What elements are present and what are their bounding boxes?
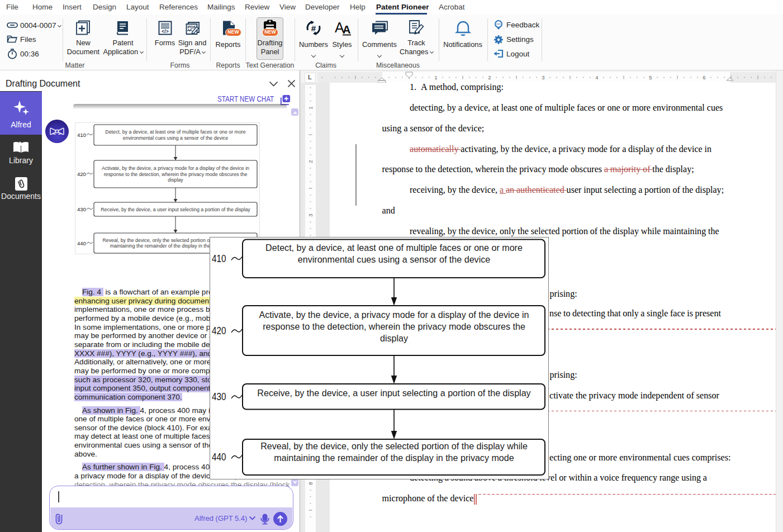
svg-text:410: 410 — [212, 253, 226, 264]
svg-text:3: 3 — [307, 213, 314, 216]
svg-text:display: display — [168, 177, 183, 183]
svg-text:Activate, by the device, a pri: Activate, by the device, a privacy mode … — [259, 310, 529, 320]
svg-text:440: 440 — [77, 240, 86, 246]
svg-text:430: 430 — [77, 206, 86, 212]
svg-text:Detect, by a device, at least: Detect, by a device, at least one of mul… — [105, 129, 245, 135]
svg-text:410: 410 — [77, 132, 86, 138]
svg-text:420: 420 — [212, 325, 226, 336]
svg-text:A: A — [343, 23, 350, 36]
svg-text:Activate, by the device, a pri: Activate, by the device, a privacy mode … — [102, 165, 249, 171]
svg-text:response to the detection, whe: response to the detection, wherein the p… — [104, 172, 248, 177]
svg-text:2: 2 — [307, 160, 314, 163]
svg-text:440: 440 — [212, 451, 226, 463]
svg-text:response to the detection, whe: response to the detection, wherein the p… — [263, 321, 525, 331]
svg-text:Receive, by the device, a user: Receive, by the device, a user input sel… — [257, 388, 531, 398]
svg-text:environmental cues using a sen: environmental cues using a sensor of the… — [298, 254, 490, 264]
svg-text:display: display — [380, 333, 409, 343]
svg-text:8: 8 — [307, 482, 314, 484]
svg-text:Receive, by the device, a user: Receive, by the device, a user input sel… — [101, 207, 250, 212]
svg-text:#: # — [311, 23, 316, 33]
svg-text:1: 1 — [307, 106, 314, 109]
svg-text:maintaining the remainder of t: maintaining the remainder of the display… — [274, 453, 514, 463]
svg-text:Detect, by a device, at least: Detect, by a device, at least one of mul… — [265, 243, 523, 253]
svg-text:environmental cues using a sen: environmental cues using a sensor of the… — [123, 135, 228, 141]
svg-text:420: 420 — [77, 171, 86, 177]
svg-text:</>: </> — [162, 28, 168, 34]
svg-text:430: 430 — [212, 391, 226, 402]
svg-text:Reveal, by the device, only th: Reveal, by the device, only the selected… — [260, 441, 528, 451]
